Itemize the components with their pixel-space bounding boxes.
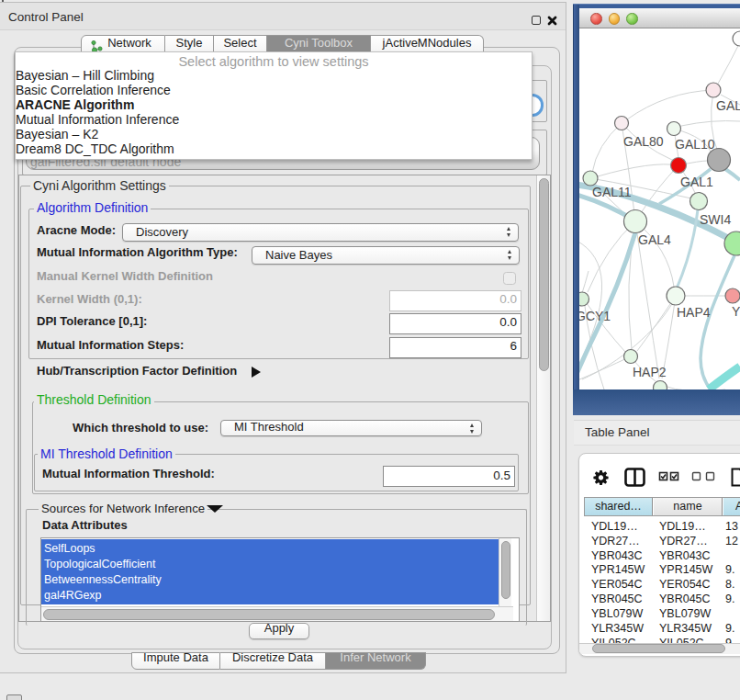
svg-text:GAL1: GAL1: [680, 175, 713, 189]
svg-text:Y: Y: [732, 304, 740, 319]
svg-text:HAP4: HAP4: [677, 305, 711, 320]
svg-text:SWI4: SWI4: [700, 212, 731, 227]
svg-text:GCY1: GCY1: [579, 309, 611, 323]
svg-text:GAL11: GAL11: [592, 185, 632, 199]
svg-text:GAL10: GAL10: [675, 137, 715, 152]
svg-text:GAL80: GAL80: [623, 134, 664, 149]
svg-text:GAL: GAL: [716, 98, 740, 113]
svg-text:HAP2: HAP2: [633, 365, 667, 379]
svg-text:GAL4: GAL4: [638, 232, 671, 247]
